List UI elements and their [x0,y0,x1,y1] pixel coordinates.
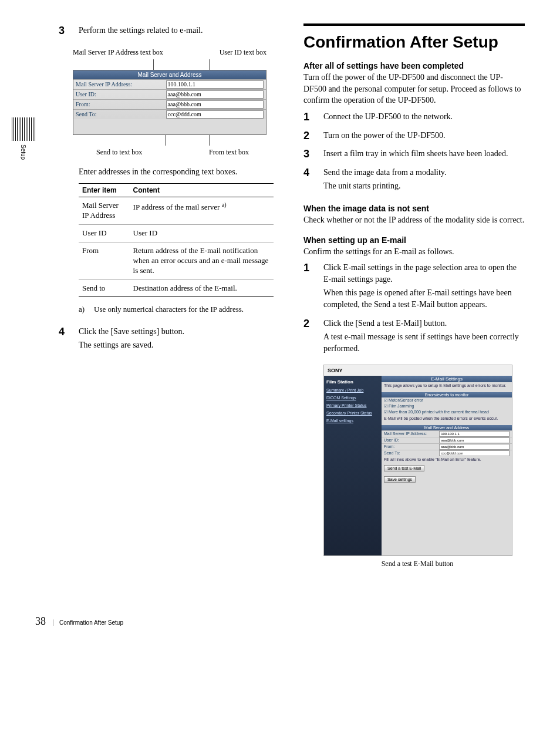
mail-server-screenshot: Mail Server IP Address text box User ID … [73,48,266,157]
step-text: Turn on the power of the UP-DF500. [323,130,525,141]
table-cell-content: Return address of the E-mail notificatio… [130,242,274,279]
page-footer: 38 Confirmation After Setup [12,615,525,628]
dialog-from-label: From: [76,101,166,107]
side-tab-label: Setup [20,144,26,160]
step-text: Connect the UP-DF500 to the network. [323,111,525,123]
step-text: Click E-mail settings in the page select… [323,262,525,285]
app-field-value[interactable]: 100.100.1.1 [439,431,510,437]
dialog-from-value[interactable]: aaa@bbb.com [166,100,264,109]
app-content: E-Mail Settings This page allows you to … [382,376,512,555]
subheading-setting-up-email: When setting up an E-mail [303,235,525,245]
table-row: Mail Server IP Address IP address of the… [79,197,274,225]
sec1-paragraph: Turn off the power of the UP-DF500 and d… [303,72,525,106]
email-step: 1Click E-mail settings in the page selec… [303,261,525,312]
page-title: Confirmation After Setup [303,23,525,52]
enter-items-table: Enter item Content Mail Server IP Addres… [79,183,274,297]
table-cell-content: Destination address of the E-mail. [130,279,274,297]
dialog-userid-value[interactable]: aaa@bbb.com [166,90,264,99]
app-field-label: Send To: [384,450,439,456]
table-cell-content: IP address of the mail server a) [130,197,274,225]
step-number: 4 [59,325,79,353]
dialog-row-from: From: aaa@bbb.com [73,99,266,109]
dialog-sendto-value[interactable]: ccc@ddd.com [166,110,264,119]
step-4: 4 Click the [Save settings] button. The … [59,325,280,353]
callout-send-to: Send to text box [96,148,142,157]
app-brand: SONY [324,365,512,376]
sidebar-item[interactable]: Primary Printer Status [326,403,379,407]
screenshot-caption: Send a test E-Mail button [323,560,511,568]
app-field-row: Send To:ccc@ddd.com [382,450,512,456]
callout-user-id: User ID text box [220,48,266,57]
step: 1Connect the UP-DF500 to the network. [303,110,525,125]
step-text: A test e-mail message is sent if setting… [323,331,525,354]
step: 3Insert a film tray in which film sheets… [303,147,525,162]
table-cell-item: From [79,242,130,279]
table-header-content: Content [130,184,274,197]
app-field-label: From: [384,444,439,450]
step: 2Turn on the power of the UP-DF500. [303,129,525,144]
errors-header: Errors/events to monitor [382,392,512,397]
app-field-value[interactable]: aaa@bbb.com [439,437,510,443]
send-test-email-button[interactable]: Send a test E-Mail [384,465,424,471]
dialog-ip-label: Mail Server IP Address: [76,81,166,87]
step-number: 1 [303,261,323,312]
chk-note: E-Mail will be posted when the selected … [382,415,512,422]
app-sidebar: Film Station Summary / Print JobDICOM Se… [324,376,382,555]
table-cell-content: User ID [130,224,274,242]
table-cell-item: User ID [79,224,130,242]
step-text: When this page is opened after E-mail se… [323,287,525,310]
sec2-paragraph: Check whether or not the IP address of t… [303,214,525,226]
table-row: Send to Destination address of the E-mai… [79,279,274,297]
mail-header: Mail Server and Address [382,425,512,430]
dialog-userid-label: User ID: [76,91,166,97]
table-cell-item: Send to [79,279,130,297]
fill-note: Fill all lines above to enable "E-Mail o… [382,456,512,463]
app-field-label: User ID: [384,437,439,443]
step-text: Send the image data from a modality. [323,167,525,178]
sidebar-item[interactable]: Summary / Print Job [326,388,379,392]
step-4-line2: The settings are saved. [79,339,280,351]
app-field-row: Mail Server IP Address:100.100.1.1 [382,430,512,437]
side-margin-tab: Setup [12,117,35,160]
step-number: 2 [303,316,323,357]
app-field-value[interactable]: aaa@bbb.com [439,444,510,450]
callout-mail-server-ip: Mail Server IP Address text box [73,48,163,57]
dialog-row-userid: User ID: aaa@bbb.com [73,89,266,99]
dialog-sendto-label: Send To: [76,111,166,117]
table-intro: Enter addresses in the corresponding tex… [79,166,280,178]
chk-head[interactable]: ☑ More than 20,000 printed with the curr… [382,409,512,415]
step-number: 2 [303,129,323,144]
table-row: User ID User ID [79,224,274,242]
footer-section: Confirmation After Setup [53,619,123,626]
sidebar-item[interactable]: E-Mail settings [326,419,379,423]
app-field-value[interactable]: ccc@ddd.com [439,450,510,456]
content-subtitle: This page allows you to setup E-Mail set… [382,382,512,389]
step-text: Click the [Send a test E-Mail] button. [323,318,525,329]
content-title: E-Mail Settings [382,376,512,382]
dialog-ip-value[interactable]: 100.100.1.1 [166,80,264,89]
chk-jam[interactable]: ☑ Film Jamming [382,403,512,409]
sidebar-item[interactable]: DICOM Settings [326,396,379,400]
footnote-text: Use only numerical characters for the IP… [94,304,244,315]
table-row: From Return address of the E-mail notifi… [79,242,274,279]
footnote-a: a) Use only numerical characters for the… [79,304,280,315]
table-header-item: Enter item [79,184,130,197]
table-cell-item: Mail Server IP Address [79,197,130,225]
step-number: 3 [59,23,79,39]
step-3: 3 Perform the settings related to e-mail… [59,23,280,39]
step-3-text: Perform the settings related to e-mail. [79,25,280,36]
sec3-paragraph: Confirm the settings for an E-mail as fo… [303,246,525,258]
footnote-key: a) [79,304,89,315]
sidebar-item[interactable]: Secondary Printer Status [326,411,379,415]
chk-motor[interactable]: ☑ Motor/Sensor error [382,397,512,403]
email-step: 2Click the [Send a test E-Mail] button.A… [303,316,525,357]
page-number: 38 [35,615,46,628]
app-field-row: From:aaa@bbb.com [382,443,512,450]
save-settings-button[interactable]: Save settings [384,476,416,483]
step: 4Send the image data from a modality.The… [303,166,525,194]
subheading-after-settings: After all of settings have been complete… [303,61,525,70]
dialog-header: Mail Server and Address [73,70,266,79]
app-field-label: Mail Server IP Address: [384,431,439,437]
dialog-row-ip: Mail Server IP Address: 100.100.1.1 [73,79,266,89]
mail-server-dialog: Mail Server and Address Mail Server IP A… [73,70,266,135]
